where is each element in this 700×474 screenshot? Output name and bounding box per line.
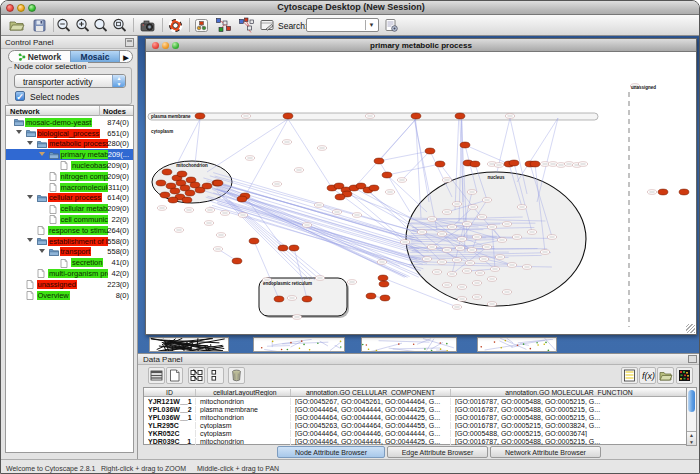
expand-arrow-icon[interactable] xyxy=(27,141,33,145)
network-node-small[interactable] xyxy=(462,269,471,274)
expand-arrow-icon[interactable] xyxy=(27,195,33,199)
network-node-small[interactable] xyxy=(365,114,374,119)
network-node-selected[interactable] xyxy=(382,172,392,178)
network-node-small[interactable] xyxy=(442,210,451,215)
network-node-small[interactable] xyxy=(462,222,471,227)
vizmapper-button[interactable] xyxy=(193,17,210,34)
background-window-fragment[interactable] xyxy=(149,337,229,352)
network-node-small[interactable] xyxy=(477,215,486,220)
network-edge[interactable] xyxy=(517,118,558,182)
node-color-combo[interactable]: transporter activity ▲▼ xyxy=(14,74,126,88)
network-node-small[interactable] xyxy=(475,271,484,276)
table-row[interactable]: YPL036W__2plasma membrane[GO:0044464, GO… xyxy=(144,405,686,413)
network-node-small[interactable] xyxy=(282,140,291,145)
network-node-small[interactable] xyxy=(522,265,531,270)
help-ring-button[interactable] xyxy=(167,17,184,34)
network-node-selected[interactable] xyxy=(237,196,247,202)
network-node-selected[interactable] xyxy=(470,161,480,167)
network-node-small[interactable] xyxy=(204,221,213,226)
zoom-selected-button[interactable] xyxy=(92,17,109,34)
network-node-selected[interactable] xyxy=(177,171,187,177)
tree-row[interactable]: transport558(0) xyxy=(6,247,133,258)
network-node-small[interactable] xyxy=(502,222,511,227)
tab-network[interactable]: Network xyxy=(9,51,70,62)
table-row[interactable]: YLR295Ccytoplasm[GO:0045263, GO:0044464,… xyxy=(144,421,686,429)
network-node-small[interactable] xyxy=(452,305,461,310)
network-edge[interactable] xyxy=(379,161,410,212)
network-node-selected[interactable] xyxy=(182,197,192,203)
snapshot-button[interactable] xyxy=(139,17,156,34)
network-node-small[interactable] xyxy=(455,246,464,251)
network-node-selected[interactable] xyxy=(249,238,259,244)
network-node-small[interactable] xyxy=(292,315,301,320)
table-column-header[interactable]: annotation.GO MOLECULAR_FUNCTION xyxy=(451,389,688,396)
annotation-button[interactable] xyxy=(259,17,276,34)
table-column-header[interactable]: _cellularLayoutRegion xyxy=(196,389,291,396)
network-node-small[interactable] xyxy=(377,260,386,265)
background-window-fragment[interactable] xyxy=(253,337,345,352)
network-node-small[interactable] xyxy=(400,240,409,245)
float-panel-icon[interactable] xyxy=(125,38,134,47)
network-node-selected[interactable] xyxy=(162,169,172,175)
network-edge[interactable] xyxy=(217,200,422,258)
network-node-selected[interactable] xyxy=(460,142,470,148)
network-node-selected[interactable] xyxy=(232,258,242,264)
network-node-small[interactable] xyxy=(468,205,477,210)
network-node-small[interactable] xyxy=(482,245,491,250)
network-node-small[interactable] xyxy=(432,270,441,275)
network-node-small[interactable] xyxy=(216,233,225,238)
network-node-small[interactable] xyxy=(512,235,521,240)
network-node-selected[interactable] xyxy=(369,185,379,191)
background-window-fragment[interactable] xyxy=(477,337,557,352)
tree-row[interactable]: unassigned223(0) xyxy=(6,279,133,290)
network-node-selected[interactable] xyxy=(366,293,376,299)
tree-row[interactable]: cell communicat22(0) xyxy=(6,214,133,225)
network-node-selected[interactable] xyxy=(374,158,384,164)
network-node-small[interactable] xyxy=(472,295,481,300)
network-node-selected[interactable] xyxy=(302,296,312,302)
network-manage-icon-2[interactable] xyxy=(238,17,255,34)
network-node-small[interactable] xyxy=(174,228,183,233)
browser-tab[interactable]: Edge Attribute Browser xyxy=(387,446,488,458)
network-node-small[interactable] xyxy=(472,281,481,286)
network-node-small[interactable] xyxy=(556,163,565,168)
network-node-selected[interactable] xyxy=(411,113,421,119)
column-mode-button[interactable] xyxy=(207,367,224,384)
tree-row[interactable]: secretion41(0) xyxy=(6,257,133,268)
network-node-selected[interactable] xyxy=(278,245,288,251)
network-node-small[interactable] xyxy=(457,285,466,290)
network-node-small[interactable] xyxy=(205,208,214,213)
scrollbar-arrows[interactable]: ▲▼ xyxy=(687,431,696,445)
tree-row[interactable]: biological_process651(0) xyxy=(6,128,133,139)
window-titlebar[interactable]: Cytoscape Desktop (New Session) xyxy=(1,1,700,15)
network-node-small[interactable] xyxy=(157,206,166,211)
network-node-small[interactable] xyxy=(314,203,323,208)
network-node-small[interactable] xyxy=(347,280,356,285)
network-node-small[interactable] xyxy=(385,190,394,195)
tree-row[interactable]: mosaic-demo-yeast874(0) xyxy=(6,117,133,128)
network-node-small[interactable] xyxy=(447,225,456,230)
browser-tab[interactable]: Network Attribute Browser xyxy=(490,446,601,458)
tab-overflow-arrow[interactable]: ▶ xyxy=(120,51,132,62)
network-node-small[interactable] xyxy=(472,235,481,240)
network-node-small[interactable] xyxy=(417,230,426,235)
network-node-small[interactable] xyxy=(442,178,451,183)
table-row[interactable]: YJR121W__1mitochondrion[GO:0045267, GO:0… xyxy=(144,397,686,405)
network-node-small[interactable] xyxy=(238,213,247,218)
table-row[interactable]: YDR039C__1mitochondrion[GO:0044464, GO:0… xyxy=(144,437,686,445)
network-node-selected[interactable] xyxy=(168,197,178,203)
network-node-small[interactable] xyxy=(294,168,303,173)
network-node-small[interactable] xyxy=(465,261,474,266)
network-node-small[interactable] xyxy=(352,213,361,218)
network-node-small[interactable] xyxy=(213,247,222,252)
network-manage-icon-1[interactable] xyxy=(215,17,232,34)
network-node-selected[interactable] xyxy=(213,180,223,186)
network-node-small[interactable] xyxy=(317,146,326,151)
table-column-header[interactable]: annotation.GO CELLULAR_COMPONENT xyxy=(291,389,451,396)
network-node-selected[interactable] xyxy=(283,113,293,119)
tree-row[interactable]: establishment of lo558(0) xyxy=(6,236,133,247)
network-edge[interactable] xyxy=(195,119,200,164)
expand-arrow-icon[interactable] xyxy=(39,152,45,156)
network-node-small[interactable] xyxy=(427,245,436,250)
network-node-small[interactable] xyxy=(540,250,549,255)
